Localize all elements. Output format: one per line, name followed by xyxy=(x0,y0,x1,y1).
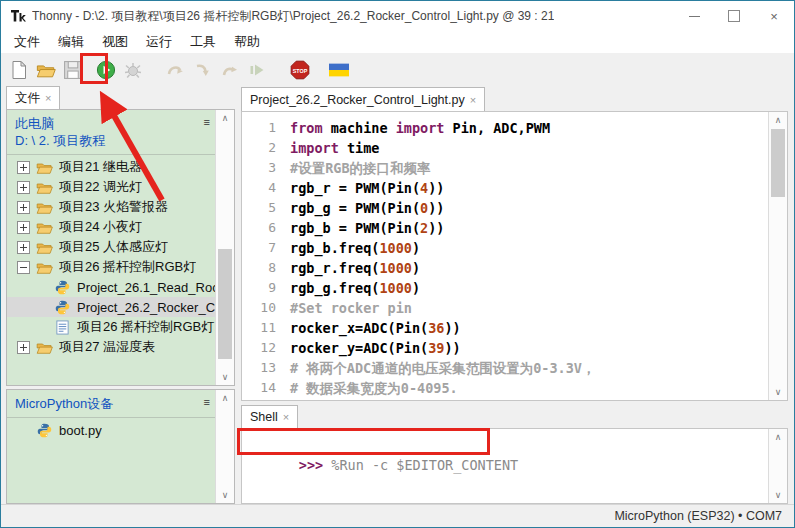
code-area[interactable]: 1from machine import Pin, ADC,PWM2import… xyxy=(242,112,768,400)
tree-item[interactable]: 项目24 小夜灯 xyxy=(7,217,216,237)
stop-icon[interactable]: STOP xyxy=(290,60,310,80)
tree-item-label: 项目27 温湿度表 xyxy=(59,338,155,356)
device-scrollbar[interactable]: ∧ ∨ xyxy=(215,390,234,503)
tree-item-label: 项目26 摇杆控制RGB灯 xyxy=(59,258,196,276)
tab-close-icon[interactable]: × xyxy=(45,92,51,104)
expand-icon[interactable] xyxy=(17,161,30,174)
tree-item[interactable]: 项目21 继电器 xyxy=(7,157,216,177)
menu-item[interactable]: 运行 xyxy=(137,31,181,53)
expand-icon[interactable] xyxy=(17,181,30,194)
scroll-down-icon[interactable]: ∨ xyxy=(769,385,787,399)
py-icon xyxy=(54,300,71,315)
titlebar: Thonny - D:\2. 项目教程\项目26 摇杆控制RGB灯\Projec… xyxy=(1,1,794,31)
tab-close-icon[interactable]: × xyxy=(470,94,476,106)
interpreter-status[interactable]: MicroPython (ESP32) • COM7 xyxy=(614,509,782,523)
tree-item[interactable]: 项目26 摇杆控制RGB灯 xyxy=(7,257,216,277)
code-editor[interactable]: 1from machine import Pin, ADC,PWM2import… xyxy=(241,111,788,401)
tree-item[interactable]: 项目23 火焰警报器 xyxy=(7,197,216,217)
ukraine-flag-icon[interactable] xyxy=(329,60,349,80)
line-number: 6 xyxy=(242,218,276,238)
menu-item[interactable]: 视图 xyxy=(93,31,137,53)
menu-item[interactable]: 帮助 xyxy=(225,31,269,53)
scrollbar-thumb[interactable] xyxy=(771,129,785,197)
expand-icon[interactable] xyxy=(17,221,30,234)
tree-item[interactable]: boot.py xyxy=(7,420,216,440)
tree-item[interactable]: 项目25 人体感应灯 xyxy=(7,237,216,257)
code-line: 4rgb_r = PWM(Pin(4)) xyxy=(242,178,768,198)
scroll-down-icon[interactable]: ∨ xyxy=(216,488,234,502)
svg-text:STOP: STOP xyxy=(293,67,308,73)
shell-scrollbar[interactable]: ∧ ∨ xyxy=(768,429,787,503)
tab-close-icon[interactable]: × xyxy=(283,411,289,423)
tree-item[interactable]: 项目26 摇杆控制RGB灯.md xyxy=(7,317,216,337)
tab-files[interactable]: 文件 × xyxy=(6,86,60,109)
scroll-up-icon[interactable]: ∧ xyxy=(216,391,234,405)
step-out-icon xyxy=(220,60,240,80)
line-number: 13 xyxy=(242,358,276,378)
panel-menu-icon[interactable]: ≡ xyxy=(204,116,210,128)
maximize-button[interactable] xyxy=(714,1,754,31)
files-panel-header: 此电脑 D: \ 2. 项目教程 ≡ xyxy=(7,110,216,151)
shell-command: %Run -c $EDITOR_CONTENT xyxy=(323,457,518,473)
expand-icon[interactable] xyxy=(17,341,30,354)
shell-prompt-line[interactable]: >>> %Run -c $EDITOR_CONTENT xyxy=(250,435,787,495)
shell-panel[interactable]: >>> %Run -c $EDITOR_CONTENT ∧ ∨ xyxy=(241,428,788,504)
micropython-device-panel: MicroPython设备 ≡ boot.py ∧ ∨ xyxy=(6,389,235,504)
editor-scrollbar[interactable]: ∧ ∨ xyxy=(768,112,787,400)
tree-item-label: 项目21 继电器 xyxy=(59,158,142,176)
menu-item[interactable]: 工具 xyxy=(181,31,225,53)
tree-item-label: Project_26.1_Read_Rocker xyxy=(77,280,216,295)
tree-item[interactable]: 项目22 调光灯 xyxy=(7,177,216,197)
tree-item-label: 项目26 摇杆控制RGB灯.md xyxy=(77,318,216,336)
expand-icon[interactable] xyxy=(17,241,30,254)
current-path-label[interactable]: D: \ 2. 项目教程 xyxy=(15,132,210,149)
close-button[interactable]: × xyxy=(754,1,794,31)
run-icon[interactable] xyxy=(96,60,116,80)
scroll-down-icon[interactable]: ∨ xyxy=(216,370,234,384)
expand-icon[interactable] xyxy=(17,201,30,214)
tree-item[interactable]: 项目27 温湿度表 xyxy=(7,337,216,357)
minimize-button[interactable] xyxy=(674,1,714,31)
tree-item-label: boot.py xyxy=(59,423,102,438)
this-pc-label[interactable]: 此电脑 xyxy=(15,115,210,132)
tree-item[interactable]: Project_26.2_Rocker_Contr xyxy=(7,297,216,317)
scroll-down-icon[interactable]: ∨ xyxy=(769,488,787,502)
code-line: 2import time xyxy=(242,138,768,158)
md-icon xyxy=(54,320,71,335)
scroll-up-icon[interactable]: ∧ xyxy=(769,430,787,444)
py-icon xyxy=(36,423,53,438)
window-title: Thonny - D:\2. 项目教程\项目26 摇杆控制RGB灯\Projec… xyxy=(32,8,554,25)
menu-item[interactable]: 编辑 xyxy=(49,31,93,53)
maximize-icon xyxy=(728,10,740,22)
open-folder-icon[interactable] xyxy=(36,60,56,80)
code-line: 8rgb_r.freq(1000) xyxy=(242,258,768,278)
line-number: 3 xyxy=(242,158,276,178)
menu-item[interactable]: 文件 xyxy=(5,31,49,53)
save-icon xyxy=(63,60,83,80)
code-line: 5rgb_g = PWM(Pin(0)) xyxy=(242,198,768,218)
shell-prompt: >>> xyxy=(299,457,323,473)
code-line: 11rocker_x=ADC(Pin(36)) xyxy=(242,318,768,338)
tab-editor[interactable]: Project_26.2_Rocker_Control_Light.py × xyxy=(241,87,485,111)
line-number: 1 xyxy=(242,118,276,138)
tree-item-label: 项目25 人体感应灯 xyxy=(59,238,168,256)
panel-menu-icon[interactable]: ≡ xyxy=(204,396,210,408)
folder-icon xyxy=(36,340,53,355)
close-icon: × xyxy=(770,9,778,24)
collapse-icon[interactable] xyxy=(17,261,30,274)
tab-editor-label: Project_26.2_Rocker_Control_Light.py xyxy=(250,93,465,107)
scrollbar-thumb[interactable] xyxy=(218,249,232,359)
new-file-icon[interactable] xyxy=(9,60,29,80)
line-number: 4 xyxy=(242,178,276,198)
tree-item-label: 项目24 小夜灯 xyxy=(59,218,142,236)
device-panel-title: MicroPython设备 xyxy=(15,395,210,412)
toolbar: STOP xyxy=(1,53,794,86)
tree-item[interactable]: Project_26.1_Read_Rocker xyxy=(7,277,216,297)
code-line: 1from machine import Pin, ADC,PWM xyxy=(242,118,768,138)
scroll-up-icon[interactable]: ∧ xyxy=(769,113,787,127)
code-line: 12rocker_y=ADC(Pin(39)) xyxy=(242,338,768,358)
tab-shell[interactable]: Shell × xyxy=(241,405,298,428)
thonny-app-icon xyxy=(10,8,26,24)
scroll-up-icon[interactable]: ∧ xyxy=(216,111,234,125)
files-scrollbar[interactable]: ∧ ∨ xyxy=(215,110,234,385)
